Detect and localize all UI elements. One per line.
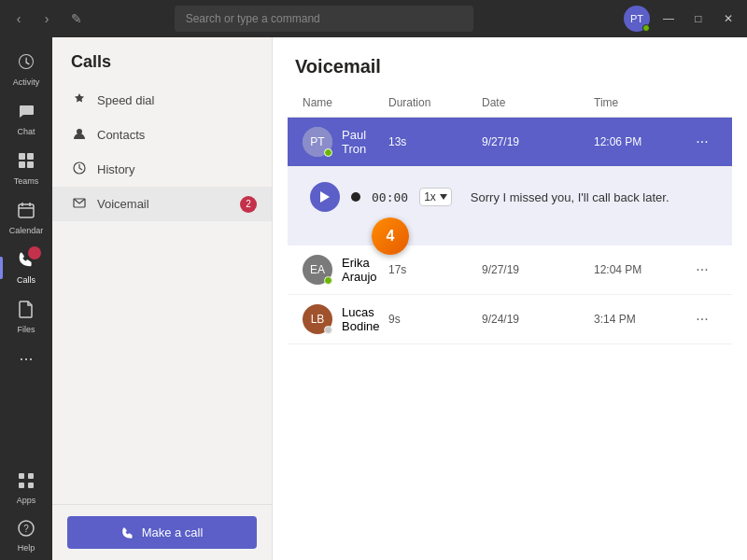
svg-rect-11 [28,483,34,488]
voicemail-table: Name Duration Date Time PT Paul Tron 13s… [273,89,747,560]
svg-rect-9 [28,473,34,479]
recording-dot [351,192,360,202]
col-duration: Duration [388,96,482,109]
activity-icon [17,52,35,76]
calendar-label: Calendar [9,226,44,235]
speed-dial-label: Speed dial [97,93,154,107]
sidebar-item-activity[interactable]: Activity [0,45,52,94]
speed-value: 1x [424,190,436,203]
voicemail-badge: 2 [240,196,257,213]
sidebar-item-calendar[interactable]: Calendar [0,193,52,243]
vm-date-3: 9/24/19 [482,313,594,326]
vm-more-3[interactable]: ··· [687,311,717,328]
online-status-dot [642,24,650,32]
nav-item-history[interactable]: History [52,152,272,187]
svg-rect-8 [19,473,24,479]
titlebar-right: PT — □ ✕ [624,6,740,32]
sidebar-item-files[interactable]: Files [0,292,52,342]
history-icon [71,161,88,177]
main-content: Voicemail Name Duration Date Time PT Pau… [273,37,747,560]
phone-icon [121,526,134,539]
contacts-icon [71,127,88,143]
voicemail-row-3[interactable]: LB Lucas Bodine 9s 9/24/19 3:14 PM ··· [288,295,732,344]
voicemail-label: Voicemail [97,197,149,211]
left-rail: Activity Chat Teams [0,37,52,560]
app-body: Activity Chat Teams [0,37,747,560]
sidebar-footer: Make a call [52,504,272,560]
edit-button[interactable]: ✎ [65,7,88,30]
back-button[interactable]: ‹ [7,7,30,30]
sidebar-title: Calls [52,37,272,83]
voicemail-row-1[interactable]: PT Paul Tron 13s 9/27/19 12:06 PM ··· [288,118,732,167]
calls-badge [28,246,41,259]
voicemail-icon [71,196,88,212]
vm-more-2[interactable]: ··· [687,261,717,278]
sidebar-item-apps[interactable]: Apps [0,465,52,512]
vm-duration-1: 13s [388,135,482,148]
forward-button[interactable]: › [35,7,58,30]
vm-date-2: 9/27/19 [482,263,594,276]
nav-item-voicemail[interactable]: Voicemail 2 [52,187,272,221]
sidebar-nav: Speed dial Contacts Hist [52,83,272,504]
svg-rect-10 [19,483,24,488]
nav-item-speed-dial[interactable]: Speed dial [52,83,272,118]
make-call-label: Make a call [142,525,204,539]
table-header: Name Duration Date Time [288,89,732,118]
sidebar-item-help[interactable]: ? Help [0,512,52,560]
vm-time-1: 12:06 PM [594,135,687,148]
vm-name-cell-2: EA Erika Araujo [303,255,388,285]
sidebar-item-more[interactable]: ··· [0,342,52,378]
make-call-button[interactable]: Make a call [67,516,257,549]
search-input[interactable] [175,6,473,32]
player-controls: 00:00 1x Sorry I missed you, I'll call b… [310,182,710,212]
player-row: 00:00 1x Sorry I missed you, I'll call b… [288,167,732,245]
vm-duration-3: 9s [388,313,482,326]
voicemail-row-2[interactable]: EA Erika Araujo 17s 9/27/19 12:04 PM ··· [288,245,732,295]
nav-item-contacts[interactable]: Contacts [52,118,272,152]
online-dot-3 [324,326,332,334]
close-button[interactable]: ✕ [717,7,740,30]
calls-sidebar: Calls Speed dial Contacts [52,37,273,560]
user-avatar[interactable]: PT [624,6,650,32]
sidebar-item-chat[interactable]: Chat [0,94,52,144]
vm-name-1: Paul Tron [342,128,388,156]
vm-avatar-1: PT [303,127,332,157]
svg-rect-4 [19,204,34,217]
activity-label: Activity [13,77,40,87]
maximize-button[interactable]: □ [687,7,710,30]
vm-name-3: Lucas Bodine [342,305,388,333]
drop-number-badge: 4 [372,217,409,255]
contacts-label: Contacts [97,128,145,142]
teams-icon [17,151,35,175]
speed-selector[interactable]: 1x [419,188,452,206]
minimize-button[interactable]: — [657,7,680,30]
svg-rect-1 [27,153,34,160]
vm-time-3: 3:14 PM [594,313,687,326]
chat-label: Chat [17,127,35,136]
calendar-icon [17,201,35,224]
history-label: History [97,162,134,176]
apps-icon [18,472,35,494]
calls-icon [17,250,35,273]
vm-date-1: 9/27/19 [482,135,594,148]
svg-text:?: ? [23,524,29,534]
page-title: Voicemail [295,56,725,77]
speed-dial-icon [71,92,88,108]
playback-time: 00:00 [372,190,408,204]
vm-name-2: Erika Araujo [342,256,388,284]
calls-label: Calls [17,275,35,285]
main-header: Voicemail [273,37,747,89]
sidebar-item-calls[interactable]: Calls [0,243,52,292]
svg-rect-2 [19,161,25,168]
col-time: Time [594,96,687,109]
more-icon: ··· [19,349,33,369]
col-date: Date [482,96,594,109]
files-label: Files [17,325,35,334]
vm-name-cell-3: LB Lucas Bodine [303,304,388,334]
sidebar-item-teams[interactable]: Teams [0,144,52,193]
svg-rect-0 [19,153,25,160]
play-button[interactable] [310,182,340,212]
vm-more-1[interactable]: ··· [687,133,717,150]
titlebar: ‹ › ✎ PT — □ ✕ [0,0,747,37]
chat-icon [17,102,35,125]
